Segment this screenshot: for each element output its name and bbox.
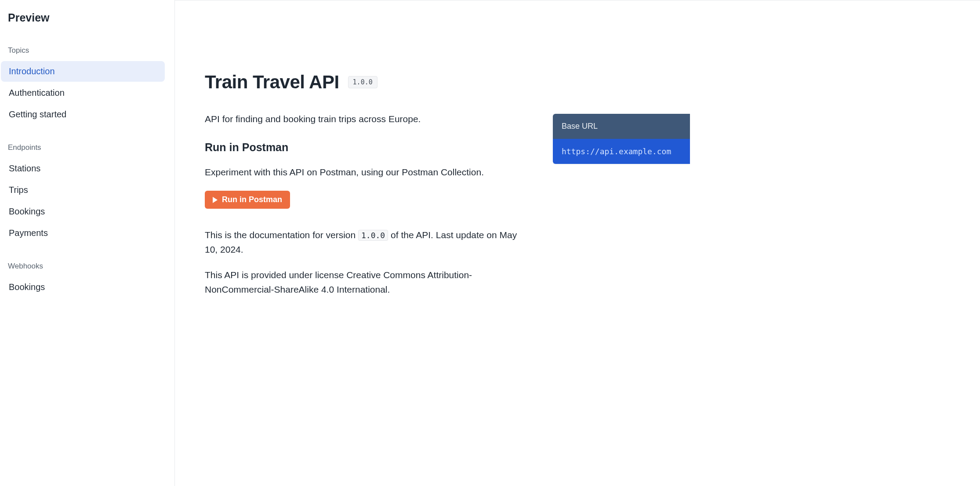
intro-text: API for finding and booking train trips … bbox=[205, 112, 518, 126]
doc-version-line: This is the documentation for version 1.… bbox=[205, 228, 518, 257]
nav-section-topics: Topics Introduction Authentication Getti… bbox=[0, 42, 174, 139]
run-in-postman-button[interactable]: Run in Postman bbox=[205, 191, 290, 209]
sidebar-item-payments[interactable]: Payments bbox=[1, 223, 165, 243]
base-url-label: Base URL bbox=[553, 114, 690, 139]
sidebar: Preview Topics Introduction Authenticati… bbox=[0, 0, 175, 486]
sidebar-item-stations[interactable]: Stations bbox=[1, 158, 165, 179]
base-url-value: https://api.example.com bbox=[553, 139, 690, 164]
docline-pre: This is the documentation for version bbox=[205, 230, 358, 240]
postman-button-label: Run in Postman bbox=[222, 195, 282, 204]
postman-heading: Run in Postman bbox=[205, 141, 518, 154]
nav-section-webhooks: Webhooks Bookings bbox=[0, 258, 174, 312]
sidebar-item-webhook-bookings[interactable]: Bookings bbox=[1, 277, 165, 297]
page-title: Train Travel API bbox=[205, 72, 339, 93]
docline-version: 1.0.0 bbox=[358, 230, 388, 241]
right-column: Base URL https://api.example.com bbox=[553, 33, 690, 308]
article: Train Travel API 1.0.0 API for finding a… bbox=[175, 33, 535, 308]
postman-description: Experiment with this API on Postman, usi… bbox=[205, 165, 518, 180]
sidebar-title: Preview bbox=[0, 10, 174, 42]
sidebar-item-introduction[interactable]: Introduction bbox=[1, 61, 165, 82]
nav-heading: Topics bbox=[0, 42, 174, 60]
base-url-box: Base URL https://api.example.com bbox=[553, 114, 690, 164]
sidebar-item-trips[interactable]: Trips bbox=[1, 180, 165, 200]
nav-section-endpoints: Endpoints Stations Trips Bookings Paymen… bbox=[0, 139, 174, 258]
version-badge: 1.0.0 bbox=[348, 76, 377, 88]
nav-heading: Webhooks bbox=[0, 258, 174, 276]
play-icon bbox=[213, 197, 218, 203]
sidebar-item-getting-started[interactable]: Getting started bbox=[1, 104, 165, 125]
nav-heading: Endpoints bbox=[0, 139, 174, 157]
sidebar-item-authentication[interactable]: Authentication bbox=[1, 83, 165, 103]
sidebar-item-bookings[interactable]: Bookings bbox=[1, 201, 165, 222]
main-content: Train Travel API 1.0.0 API for finding a… bbox=[175, 0, 980, 486]
license-text: This API is provided under license Creat… bbox=[205, 268, 518, 297]
